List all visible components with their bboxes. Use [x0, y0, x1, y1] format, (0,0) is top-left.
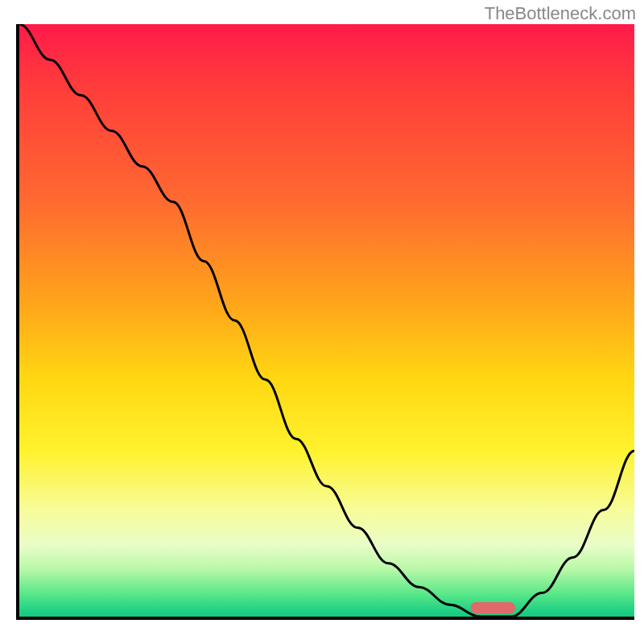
minimum-marker	[470, 602, 515, 613]
chart-overlay-svg	[19, 24, 634, 617]
bottleneck-curve	[19, 24, 634, 617]
plot-area	[19, 24, 634, 617]
watermark-text: TheBottleneck.com	[485, 3, 636, 24]
chart-frame	[16, 24, 634, 620]
